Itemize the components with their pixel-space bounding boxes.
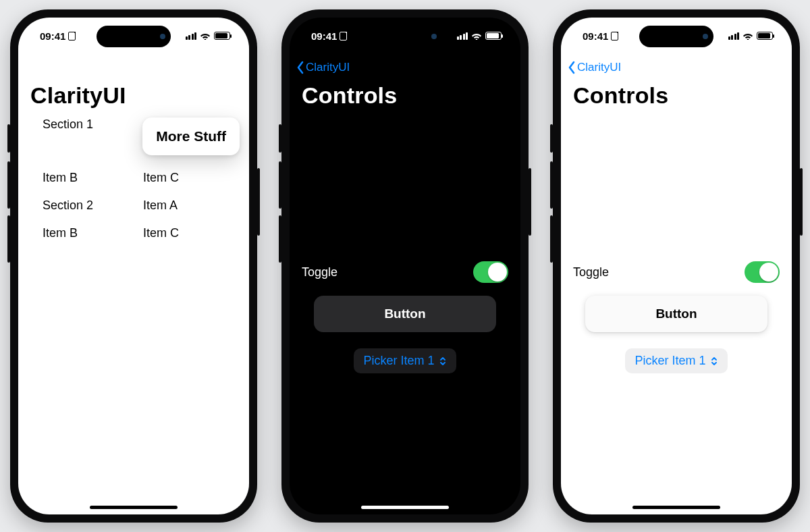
list-item[interactable]: Item C (143, 226, 236, 240)
chevron-up-down-icon (710, 356, 718, 367)
back-label: ClarityUI (306, 61, 350, 74)
device-mock-3: 09:41 ClarityUI Controls Toggle Button (553, 9, 800, 523)
cellular-icon (186, 32, 197, 40)
chevron-left-icon (568, 61, 576, 74)
toggle-label: Toggle (573, 265, 609, 280)
button-label: Button (384, 307, 425, 321)
picker-label: Picker Item 1 (363, 354, 434, 368)
cellular-icon (457, 32, 468, 40)
back-button[interactable]: ClarityUI (296, 61, 350, 74)
back-label: ClarityUI (577, 61, 621, 74)
sim-icon (611, 32, 618, 41)
toggle-label: Toggle (302, 265, 338, 280)
screen-light-list: 09:41 ClarityUI Section 1 Item B Item C … (18, 18, 249, 514)
battery-icon (485, 32, 502, 40)
list-item[interactable]: Item B (43, 226, 135, 240)
toggle-switch[interactable] (473, 261, 508, 283)
context-menu-more-stuff[interactable]: More Stuff (142, 117, 240, 155)
cellular-icon (728, 32, 740, 40)
status-time: 09:41 (583, 30, 608, 42)
list-item[interactable]: Item C (143, 171, 236, 185)
wifi-icon (200, 32, 211, 40)
screen-dark-controls: 09:41 ClarityUI Controls Toggle Button (290, 18, 520, 514)
home-indicator[interactable] (90, 506, 178, 509)
home-indicator[interactable] (632, 506, 720, 509)
battery-icon (757, 32, 773, 40)
page-title: ClarityUI (30, 82, 237, 109)
dynamic-island (97, 26, 171, 47)
device-mock-2: 09:41 ClarityUI Controls Toggle Button (281, 9, 529, 523)
button-label: Button (655, 307, 697, 321)
picker-button[interactable]: Picker Item 1 (354, 348, 456, 373)
section-header-1: Section 1 (43, 117, 135, 132)
sim-icon (340, 32, 347, 41)
dynamic-island (639, 26, 713, 47)
dynamic-island (368, 26, 442, 47)
status-time: 09:41 (311, 30, 337, 42)
list-item[interactable]: Item B (43, 171, 135, 185)
primary-button[interactable]: Button (314, 296, 495, 332)
wifi-icon (742, 32, 753, 40)
battery-icon (214, 32, 230, 40)
primary-button[interactable]: Button (585, 296, 767, 332)
picker-button[interactable]: Picker Item 1 (625, 348, 727, 373)
page-title: Controls (302, 82, 508, 109)
sim-icon (68, 32, 76, 41)
screen-light-controls: 09:41 ClarityUI Controls Toggle Button (561, 18, 792, 514)
toggle-switch[interactable] (745, 261, 780, 283)
back-button[interactable]: ClarityUI (568, 61, 621, 74)
status-time: 09:41 (40, 30, 65, 42)
page-title: Controls (573, 82, 780, 109)
device-mock-1: 09:41 ClarityUI Section 1 Item B Item C … (10, 9, 257, 523)
chevron-up-down-icon (439, 356, 447, 367)
section-header-2: Section 2 (43, 198, 135, 213)
chevron-left-icon (296, 61, 304, 74)
wifi-icon (471, 32, 482, 40)
picker-label: Picker Item 1 (634, 354, 705, 368)
list-item[interactable]: Item A (143, 198, 236, 213)
home-indicator[interactable] (361, 506, 449, 509)
